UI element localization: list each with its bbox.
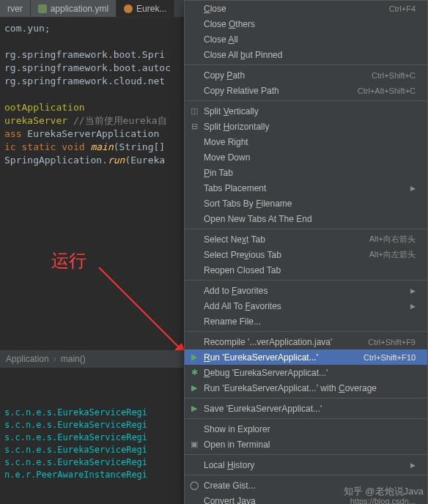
menu-item-label: Close Others: [204, 19, 416, 29]
menu-separator: [185, 475, 427, 475]
yml-icon: [38, 4, 47, 13]
menu-item[interactable]: Move Right: [185, 134, 427, 149]
menu-item[interactable]: Show in Explorer: [185, 421, 427, 437]
menu-item[interactable]: ▶Run 'EurekaServerApplicat...' with Cove…: [185, 380, 427, 396]
watermark: 知乎 @老炮说Java: [344, 485, 424, 498]
menu-item-label: Move Right: [204, 137, 416, 147]
menu-item-label: Close: [204, 4, 389, 14]
menu-item-label: Reopen Closed Tab: [204, 265, 416, 275]
menu-item-label: Show in Explorer: [204, 424, 416, 434]
chevron-right-icon: ▶: [410, 287, 416, 294]
splith-icon: ⊟: [188, 121, 200, 133]
menu-item-label: Add All To Favorites: [204, 301, 407, 311]
menu-item[interactable]: Tabs Placement▶: [185, 180, 427, 196]
menu-item-label: Split Horizontally: [204, 122, 416, 132]
menu-shortcut: Alt+向右箭头: [369, 234, 416, 245]
term-icon: ▣: [188, 439, 200, 451]
menu-separator: [185, 100, 427, 101]
menu-item-label: Tabs Placement: [204, 183, 407, 193]
menu-item-label: Pin Tab: [204, 168, 416, 178]
svg-line-0: [99, 267, 182, 350]
menu-item[interactable]: Close Others: [185, 16, 427, 32]
menu-item-label: Select Next Tab: [204, 234, 369, 245]
breadcrumb-item[interactable]: main(): [61, 354, 86, 364]
console-output: s.c.n.e.s.EurekaServiceRegi s.c.n.e.s.Eu…: [0, 407, 147, 481]
menu-item[interactable]: CloseCtrl+F4: [185, 1, 427, 16]
menu-shortcut: Alt+向左箭头: [369, 249, 416, 260]
menu-item[interactable]: ◫Split Vertically: [185, 103, 427, 119]
tab[interactable]: application.yml: [31, 0, 117, 17]
chevron-right-icon: ▶: [410, 462, 416, 469]
menu-shortcut: Ctrl+Shift+F9: [368, 338, 416, 346]
menu-item-label: Debug 'EurekaServerApplicat...': [204, 368, 416, 378]
menu-item-label: Split Vertically: [204, 106, 416, 116]
tab-active[interactable]: Eurek...: [117, 0, 174, 17]
menu-item-label: Add to Favorites: [204, 286, 407, 296]
menu-item-label: Rename File...: [204, 316, 416, 327]
menu-separator: [185, 331, 427, 332]
menu-item-label: Recompile '...verApplication.java': [204, 337, 368, 347]
menu-separator: [185, 229, 427, 229]
java-icon: [124, 4, 133, 13]
menu-item[interactable]: Select Next TabAlt+向右箭头: [185, 231, 427, 247]
menu-item[interactable]: ✱Debug 'EurekaServerApplicat...': [185, 365, 427, 380]
menu-item-label: Copy Relative Path: [204, 86, 358, 96]
context-menu: CloseCtrl+F4Close OthersClose AllClose A…: [184, 0, 428, 504]
debug-icon: ✱: [188, 367, 200, 379]
menu-item[interactable]: Move Down: [185, 149, 427, 165]
menu-item-label: Sort Tabs By Filename: [204, 199, 416, 209]
menu-separator: [185, 454, 427, 455]
menu-item-label: Run 'EurekaServerApplicat...': [204, 352, 364, 363]
menu-item-label: Copy Path: [204, 70, 372, 81]
menu-item-label: Close All: [204, 34, 416, 45]
menu-item[interactable]: Recompile '...verApplication.java'Ctrl+S…: [185, 334, 427, 349]
menu-item[interactable]: ▣Open in Terminal: [185, 437, 427, 452]
menu-item-label: Local History: [204, 460, 407, 470]
annotation-arrow-icon: [95, 264, 191, 359]
menu-item[interactable]: Local History▶: [185, 457, 427, 472]
menu-item[interactable]: Open New Tabs At The End: [185, 211, 427, 226]
chevron-right-icon: ▶: [410, 185, 416, 192]
menu-item[interactable]: Rename File...: [185, 314, 427, 329]
run-icon: [188, 352, 200, 363]
menu-separator: [185, 280, 427, 281]
gh-icon: ◯: [188, 480, 200, 492]
menu-item-label: Save 'EurekaServerApplicat...': [204, 404, 416, 414]
menu-item[interactable]: Copy Relative PathCtrl+Alt+Shift+C: [185, 83, 427, 98]
menu-item[interactable]: Run 'EurekaServerApplicat...'Ctrl+Shift+…: [185, 349, 427, 365]
menu-item[interactable]: Close All but Pinned: [185, 47, 427, 62]
splitv-icon: ◫: [188, 105, 200, 117]
menu-item[interactable]: Pin Tab: [185, 165, 427, 180]
menu-shortcut: Ctrl+Shift+C: [372, 71, 416, 80]
menu-item-label: Open New Tabs At The End: [204, 214, 416, 224]
menu-item[interactable]: ▶Save 'EurekaServerApplicat...': [185, 401, 427, 416]
menu-item[interactable]: Close All: [185, 32, 427, 47]
save-icon: ▶: [188, 403, 200, 415]
tab[interactable]: rver: [0, 0, 31, 17]
chevron-right-icon: ▶: [410, 303, 416, 310]
menu-item[interactable]: Reopen Closed Tab: [185, 262, 427, 278]
menu-item-label: Close All but Pinned: [204, 50, 416, 60]
menu-separator: [185, 64, 427, 65]
menu-item[interactable]: Select Previous TabAlt+向左箭头: [185, 247, 427, 262]
menu-item[interactable]: Copy PathCtrl+Shift+C: [185, 67, 427, 83]
menu-shortcut: Ctrl+Shift+F10: [364, 353, 416, 362]
menu-item[interactable]: Add to Favorites▶: [185, 283, 427, 298]
menu-item-label: Open in Terminal: [204, 440, 416, 450]
menu-separator: [185, 398, 427, 399]
menu-item-label: Move Down: [204, 152, 416, 163]
menu-item-label: Select Previous Tab: [204, 250, 369, 260]
menu-item-label: Convert Java: [204, 496, 350, 505]
menu-item-label: Run 'EurekaServerApplicat...' with Cover…: [204, 383, 416, 393]
cover-icon: ▶: [188, 382, 200, 394]
menu-shortcut: Ctrl+Alt+Shift+C: [358, 86, 416, 95]
menu-item[interactable]: ⊟Split Horizontally: [185, 119, 427, 134]
chevron-right-icon: ›: [54, 354, 56, 364]
breadcrumb-item[interactable]: Application: [6, 354, 49, 364]
menu-item[interactable]: Add All To Favorites▶: [185, 298, 427, 314]
annotation-label: 运行: [51, 249, 86, 273]
menu-separator: [185, 418, 427, 419]
menu-shortcut: Ctrl+F4: [389, 4, 416, 13]
menu-item[interactable]: Sort Tabs By Filename: [185, 196, 427, 211]
